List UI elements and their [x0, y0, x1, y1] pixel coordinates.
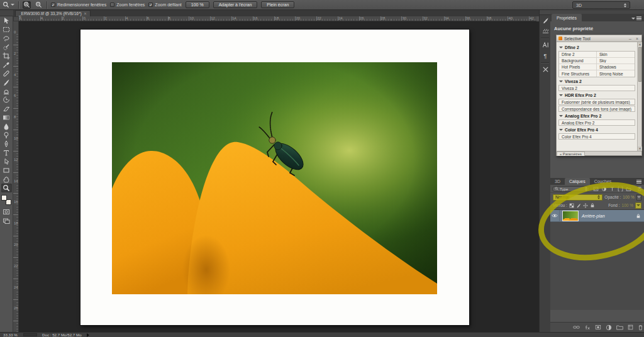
dodge-tool[interactable]: [1, 131, 12, 140]
filter-type-icon[interactable]: [609, 186, 615, 192]
eyedropper-tool[interactable]: [1, 60, 12, 69]
fit-screen-button[interactable]: Adapter à l'écran: [213, 1, 258, 8]
layer-style-fx-icon[interactable]: [584, 324, 591, 331]
filter-smart-object-icon[interactable]: [626, 186, 631, 192]
hdr-tonemap-button[interactable]: Correspondance des tons (une image): [558, 106, 635, 112]
document-canvas[interactable]: [80, 30, 469, 325]
zoom-in-button[interactable]: [23, 1, 31, 9]
add-mask-icon[interactable]: [595, 324, 601, 330]
dock-grip[interactable]: [540, 10, 550, 15]
screen-mode-button[interactable]: [1, 216, 12, 225]
path-selection-tool[interactable]: [1, 157, 12, 166]
layer-visibility-toggle[interactable]: [550, 210, 560, 222]
hand-tool[interactable]: [1, 175, 12, 184]
scrubby-zoom-checkbox[interactable]: ✓ Zoom défilant: [148, 3, 181, 7]
gradient-tool[interactable]: [1, 113, 12, 122]
preset-row[interactable]: Hot PixelsShadows: [559, 64, 635, 70]
section-header-color-efex[interactable]: Color Efex Pro 4: [559, 128, 635, 132]
brush-presets-panel-icon[interactable]: [540, 26, 551, 36]
filter-adjustment-icon[interactable]: [601, 186, 607, 192]
tab-3d[interactable]: 3D: [550, 178, 565, 185]
section-header-viveza[interactable]: Viveza 2: [559, 79, 635, 84]
panel-menu-button[interactable]: [636, 180, 641, 184]
resize-windows-checkbox[interactable]: ✓ Redimensionner fenêtres: [51, 3, 106, 7]
layer-filter-select[interactable]: Type: [552, 186, 590, 192]
horizontal-ruler[interactable]: 6420246810121416182022242628303234363840…: [19, 16, 536, 21]
color-swatches[interactable]: [1, 195, 11, 205]
tab-couches[interactable]: Couches: [590, 178, 616, 185]
lock-pixels-icon[interactable]: [576, 203, 581, 208]
panel-grip[interactable]: [0, 10, 13, 16]
quick-selection-tool[interactable]: [1, 43, 12, 52]
scrollbar[interactable]: ▲ ▼: [637, 42, 641, 151]
status-zoom-field[interactable]: 33,33 %: [3, 333, 18, 337]
tool-presets-panel-icon[interactable]: [540, 64, 551, 75]
blur-tool[interactable]: [1, 122, 12, 131]
document-tab[interactable]: _ERW3090.tif @ 33,3% (RVB/16*) ×: [15, 10, 91, 16]
crop-tool[interactable]: [1, 52, 12, 60]
close-button[interactable]: ×: [635, 36, 640, 41]
lock-transparent-icon[interactable]: [569, 203, 574, 208]
filter-shape-icon[interactable]: [618, 186, 623, 192]
preset-row[interactable]: Fine StructuresStrong Noise: [559, 70, 635, 77]
pen-tool[interactable]: [1, 140, 12, 148]
history-brush-tool[interactable]: [1, 96, 12, 104]
section-header-hdr-efex[interactable]: HDR Efex Pro 2: [559, 93, 635, 97]
new-layer-icon[interactable]: [628, 324, 633, 330]
minimize-button[interactable]: –: [628, 36, 633, 41]
foreground-color-swatch[interactable]: [1, 195, 7, 201]
color-efex-button[interactable]: Color Efex Pro 4: [558, 133, 635, 140]
delete-layer-icon[interactable]: [638, 324, 643, 331]
quick-mask-button[interactable]: [1, 207, 12, 216]
scroll-down-icon[interactable]: ▼: [638, 146, 642, 151]
zoom-100-button[interactable]: 100 %: [186, 1, 209, 8]
type-tool[interactable]: [1, 148, 12, 157]
filter-toggle-icon[interactable]: [637, 186, 642, 192]
settings-button[interactable]: « Paramètres: [557, 152, 585, 156]
vertical-ruler[interactable]: 02468101214161820222426: [13, 21, 19, 332]
healing-brush-tool[interactable]: [1, 69, 12, 78]
brush-tool[interactable]: [1, 78, 12, 87]
close-icon[interactable]: ×: [84, 11, 87, 16]
workspace-selector[interactable]: 3D: [572, 1, 630, 9]
fill-dropdown-button[interactable]: [635, 202, 641, 209]
preset-row[interactable]: Dfine 2Skin: [559, 52, 635, 58]
filter-image-icon[interactable]: [593, 186, 599, 192]
tab-calques[interactable]: Calques: [565, 178, 590, 185]
shape-tool[interactable]: [1, 166, 12, 175]
eraser-tool[interactable]: [1, 104, 12, 113]
preset-row[interactable]: BackgroundSky: [559, 58, 635, 64]
ruler-origin-corner[interactable]: [13, 16, 19, 21]
layer-thumbnail[interactable]: [562, 211, 579, 221]
adjustment-layer-icon[interactable]: [606, 324, 612, 331]
panel-menu-button[interactable]: [631, 16, 641, 20]
rectangular-marquee-tool[interactable]: [1, 25, 12, 34]
fill-screen-button[interactable]: Plein écran: [261, 1, 294, 8]
move-tool[interactable]: [1, 16, 12, 25]
link-layers-icon[interactable]: [573, 324, 580, 330]
lock-all-icon[interactable]: [590, 202, 595, 208]
viveza-button[interactable]: Viveza 2: [558, 85, 635, 91]
selective-tool-titlebar[interactable]: Selective Tool – ×: [557, 35, 641, 42]
scroll-up-icon[interactable]: ▲: [638, 42, 642, 47]
clone-stamp-tool[interactable]: [1, 87, 12, 96]
lock-position-icon[interactable]: [583, 203, 588, 208]
zoom-windows-checkbox[interactable]: Zoom fenêtres: [110, 3, 145, 7]
layer-row-background[interactable]: Arrière-plan: [550, 210, 644, 222]
hdr-merge-button[interactable]: Fusionner (série de plusieurs images): [558, 99, 635, 105]
canvas-pasteboard[interactable]: [19, 21, 539, 332]
opacity-dropdown-button[interactable]: [636, 194, 641, 201]
tab-properties[interactable]: Propriétés: [552, 14, 582, 21]
history-panel-icon[interactable]: [540, 15, 551, 26]
section-header-dfine[interactable]: Dfine 2: [559, 45, 635, 50]
zoom-tool-preset-icon[interactable]: [3, 1, 14, 8]
blend-mode-select[interactable]: Normal: [553, 194, 602, 201]
analog-efex-button[interactable]: Analog Efex Pro 2: [558, 119, 635, 126]
zoom-tool[interactable]: [1, 184, 12, 192]
zoom-out-button[interactable]: [35, 1, 43, 9]
selective-tool-window[interactable]: Selective Tool – × Dfine 2 Dfine 2Skin B…: [556, 35, 642, 156]
character-panel-icon[interactable]: [540, 40, 551, 50]
scrollbar-thumb[interactable]: [638, 47, 641, 82]
lasso-tool[interactable]: [1, 34, 12, 43]
section-header-analog-efex[interactable]: Analog Efex Pro 2: [559, 114, 635, 118]
